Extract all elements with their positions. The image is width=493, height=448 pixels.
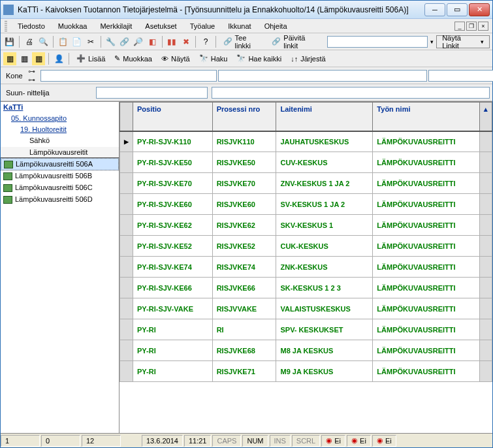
cell-laitenimi[interactable]: M8 JA KESKUS bbox=[276, 340, 373, 361]
print-icon[interactable]: 🖨 bbox=[23, 35, 35, 48]
row-handle[interactable] bbox=[120, 319, 133, 340]
tree-leaf[interactable]: Lämpökuvausreitti 506D bbox=[1, 194, 119, 206]
tee-linkki-button[interactable]: 🔗 Tee linkki bbox=[219, 35, 267, 48]
table-row[interactable]: PY-RIRISPV- KESKUKSETLÄMPÖKUVAUSREITTI bbox=[120, 319, 492, 340]
table-row[interactable]: PY-RI-SJV-KE70RISJVKE70ZNV-KESKUS 1 JA 2… bbox=[120, 173, 492, 194]
cell-laitenimi[interactable]: M9 JA KESKUS bbox=[276, 361, 373, 382]
cell-prosessi[interactable]: RISJVVAKE bbox=[212, 298, 276, 319]
row-handle[interactable] bbox=[120, 131, 133, 152]
table-row[interactable]: PY-RI-SJV-KE66RISJVKE66SK-KESKUS 1 2 3LÄ… bbox=[120, 278, 492, 298]
row-handle[interactable] bbox=[120, 257, 133, 278]
table-row[interactable]: PY-RI-SJV-KE74RISJVKE74ZNK-KESKUSLÄMPÖKU… bbox=[120, 257, 492, 278]
table-row[interactable]: PY-RI-SJV-KE52RISJVKE52CUK-KESKUSLÄMPÖKU… bbox=[120, 236, 492, 257]
cell-laitenimi[interactable]: ZNV-KESKUS 1 JA 2 bbox=[276, 173, 373, 194]
cell-positio[interactable]: PY-RI-SJV-KE70 bbox=[133, 173, 213, 194]
cell-tyo[interactable]: LÄMPÖKUVAUSREITTI bbox=[373, 298, 480, 319]
cell-prosessi[interactable]: RISJVKE74 bbox=[212, 257, 276, 278]
cell-prosessi[interactable]: RISJVKE66 bbox=[212, 278, 276, 298]
tree-root[interactable]: KaTTi bbox=[1, 102, 119, 113]
table-row[interactable]: PY-RI-SJV-VAKERISJVVAKEVALAISTUSKESKUSLÄ… bbox=[120, 298, 492, 319]
link-combo[interactable] bbox=[327, 36, 428, 48]
cell-positio[interactable]: PY-RI-SJV-KE74 bbox=[133, 257, 213, 278]
cell-tyo[interactable]: LÄMPÖKUVAUSREITTI bbox=[373, 257, 480, 278]
cell-positio[interactable]: PY-RI-SJV-KE60 bbox=[133, 194, 213, 215]
table-row[interactable]: PY-RI-SJV-KE60RISJVKE60SV-KESKUS 1 JA 2L… bbox=[120, 194, 492, 215]
col-laitenimi[interactable]: Laitenimi bbox=[276, 103, 373, 131]
kone-input-2[interactable] bbox=[218, 70, 427, 82]
tree-node-sahko[interactable]: Sähkö bbox=[1, 135, 119, 146]
table-row[interactable]: PY-RIRISJVKE71M9 JA KESKUSLÄMPÖKUVAUSREI… bbox=[120, 361, 492, 382]
cell-laitenimi[interactable]: JAUHATUSKESKUS bbox=[276, 131, 373, 152]
cell-prosessi[interactable]: RI bbox=[212, 319, 276, 340]
tree-node-huoltoreitit[interactable]: 19. Huoltoreitit bbox=[1, 124, 119, 135]
row-handle[interactable] bbox=[120, 340, 133, 361]
data-grid[interactable]: Positio Prosessi nro Laitenimi Työn nimi… bbox=[119, 102, 492, 433]
filter-icon[interactable]: ◧ bbox=[146, 35, 159, 48]
row-handle[interactable] bbox=[120, 152, 133, 173]
jarjesta-button[interactable]: ↓↑ Järjestä bbox=[287, 52, 330, 65]
minimize-button[interactable]: ─ bbox=[424, 3, 445, 16]
table-row[interactable]: PY-RIRISJVKE68M8 JA KESKUSLÄMPÖKUVAUSREI… bbox=[120, 340, 492, 361]
tree-leaf[interactable]: Lämpökuvausreitti 506C bbox=[1, 182, 119, 194]
cell-laitenimi[interactable]: SKV-KESKUS 1 bbox=[276, 215, 373, 236]
cell-prosessi[interactable]: RISJVKE52 bbox=[212, 236, 276, 257]
flag-icon[interactable]: ▮▮ bbox=[166, 35, 178, 48]
nayta-linkit-button[interactable]: Näytä Linkit ▾ bbox=[436, 35, 490, 48]
menu-muokkaa[interactable]: Muokkaa bbox=[53, 21, 93, 31]
cell-laitenimi[interactable]: ZNK-KESKUS bbox=[276, 257, 373, 278]
haku-button[interactable]: 🔭 Haku bbox=[195, 52, 232, 65]
menu-ikkunat[interactable]: Ikkunat bbox=[223, 21, 256, 31]
row-handle[interactable] bbox=[120, 361, 133, 382]
menu-tiedosto[interactable]: Tiedosto bbox=[12, 21, 50, 31]
cell-prosessi[interactable]: RISJVKE71 bbox=[212, 361, 276, 382]
nayta-button[interactable]: 👁 Näytä bbox=[157, 52, 194, 65]
grid-yellow-icon[interactable]: ▦ bbox=[3, 52, 16, 65]
menu-merkkilajit[interactable]: Merkkilajit bbox=[95, 21, 137, 31]
print-preview-icon[interactable]: 🔍 bbox=[37, 35, 50, 48]
flag-off-icon[interactable]: ✖ bbox=[180, 35, 192, 48]
tree-leaf[interactable]: Lämpökuvausreitti 506A bbox=[1, 158, 119, 170]
cell-positio[interactable]: PY-RI-SJV-KE66 bbox=[133, 278, 213, 298]
cell-tyo[interactable]: LÄMPÖKUVAUSREITTI bbox=[373, 131, 480, 152]
kone-input-3[interactable] bbox=[428, 70, 493, 82]
cell-positio[interactable]: PY-RI-SJV-KE52 bbox=[133, 236, 213, 257]
col-tyonnimi[interactable]: Työn nimi bbox=[373, 103, 480, 131]
cut-icon[interactable]: ✂ bbox=[84, 35, 97, 48]
user-icon[interactable]: 👤 bbox=[52, 52, 65, 65]
col-positio[interactable]: Positio bbox=[133, 103, 213, 131]
cell-tyo[interactable]: LÄMPÖKUVAUSREITTI bbox=[373, 215, 480, 236]
cell-tyo[interactable]: LÄMPÖKUVAUSREITTI bbox=[373, 152, 480, 173]
menu-ohjeita[interactable]: Ohjeita bbox=[259, 21, 293, 31]
tree-node-lampokuvausreitit[interactable]: Lämpökuvausreitit bbox=[1, 146, 119, 158]
cell-laitenimi[interactable]: CUV-KESKUS bbox=[276, 152, 373, 173]
cell-prosessi[interactable]: RISJVKE60 bbox=[212, 194, 276, 215]
cell-tyo[interactable]: LÄMPÖKUVAUSREITTI bbox=[373, 236, 480, 257]
grid-plain-icon[interactable]: ▦ bbox=[18, 52, 31, 65]
cell-positio[interactable]: PY-RI-SJV-KE50 bbox=[133, 152, 213, 173]
cell-prosessi[interactable]: RISJVKE68 bbox=[212, 340, 276, 361]
row-handle[interactable] bbox=[120, 298, 133, 319]
paivita-linkit-button[interactable]: 🔗 Päivitä linkit bbox=[268, 35, 323, 48]
cell-tyo[interactable]: LÄMPÖKUVAUSREITTI bbox=[373, 319, 480, 340]
hae-kaikki-button[interactable]: 🔭 Hae kaikki bbox=[232, 52, 285, 65]
cell-positio[interactable]: PY-RI-SJV-KE62 bbox=[133, 215, 213, 236]
cell-prosessi[interactable]: RISJVKE50 bbox=[212, 152, 276, 173]
row-handle[interactable] bbox=[120, 194, 133, 215]
cell-laitenimi[interactable]: SK-KESKUS 1 2 3 bbox=[276, 278, 373, 298]
cell-tyo[interactable]: LÄMPÖKUVAUSREITTI bbox=[373, 173, 480, 194]
cell-laitenimi[interactable]: SPV- KESKUKSET bbox=[276, 319, 373, 340]
copy-icon[interactable]: 📋 bbox=[57, 35, 69, 48]
cell-tyo[interactable]: LÄMPÖKUVAUSREITTI bbox=[373, 194, 480, 215]
grid-yellow2-icon[interactable]: ▦ bbox=[32, 52, 45, 65]
cell-positio[interactable]: PY-RI-SJV-K110 bbox=[133, 131, 213, 152]
cell-positio[interactable]: PY-RI bbox=[133, 340, 213, 361]
cell-prosessi[interactable]: RISJVKE62 bbox=[212, 215, 276, 236]
mdi-close-button[interactable]: × bbox=[478, 22, 488, 31]
maximize-button[interactable]: ▭ bbox=[447, 3, 468, 16]
search-red-icon[interactable]: 🔎 bbox=[132, 35, 144, 48]
cell-positio[interactable]: PY-RI bbox=[133, 319, 213, 340]
lisaa-button[interactable]: ➕ Lisää bbox=[72, 52, 109, 65]
kone-input[interactable] bbox=[40, 70, 217, 82]
tool-wrench-icon[interactable]: 🔧 bbox=[104, 35, 117, 48]
paste-icon[interactable]: 📄 bbox=[71, 35, 83, 48]
